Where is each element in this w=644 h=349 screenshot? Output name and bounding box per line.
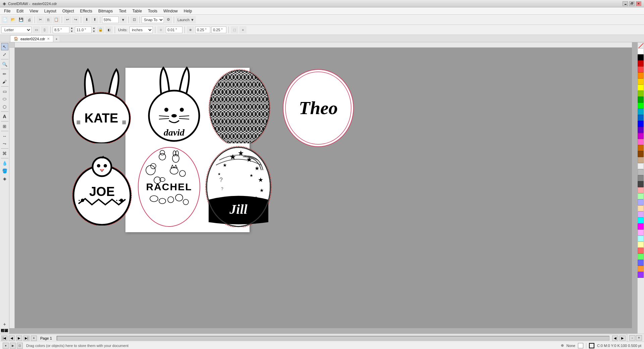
open-button[interactable]: 📂	[9, 16, 17, 23]
paste-button[interactable]: 📋	[53, 16, 60, 23]
color-light-purple[interactable]	[638, 211, 644, 217]
scroll-right-button[interactable]: ▶	[620, 336, 626, 341]
color-teal[interactable]	[638, 109, 644, 115]
color-red-dark[interactable]	[638, 60, 644, 66]
height-up[interactable]: ▲	[92, 27, 96, 30]
color-light-green[interactable]	[638, 193, 644, 199]
color-pink[interactable]	[638, 139, 644, 145]
page-size-select[interactable]: Letter	[1, 27, 32, 33]
scroll-left-button[interactable]: ◀	[612, 336, 618, 341]
menu-view[interactable]: View	[27, 8, 41, 14]
fill-swatch[interactable]	[578, 343, 583, 348]
tool-artistic-media[interactable]: 🖌	[1, 78, 8, 85]
color-blue-bright[interactable]	[638, 121, 644, 127]
tool-table[interactable]: ⊞	[1, 122, 8, 130]
snap-to-select[interactable]: Snap To	[142, 16, 164, 23]
restore-button[interactable]: 🗗	[629, 1, 635, 6]
arrow-left-icon[interactable]: ◤	[1, 329, 4, 332]
record-button[interactable]: ●	[3, 343, 9, 349]
color-light-gray[interactable]	[638, 163, 644, 169]
options-button[interactable]: ⚙	[165, 16, 172, 23]
document-tab[interactable]: 🏠 easter0224.cdr ✕	[10, 35, 53, 42]
close-button[interactable]: ✕	[636, 1, 641, 6]
full-screen-button[interactable]: ⊡	[130, 16, 138, 23]
color-periwinkle[interactable]	[638, 260, 644, 266]
tool-pointer[interactable]: ↖	[1, 43, 8, 50]
arrow-right-icon[interactable]: ◢	[5, 329, 8, 332]
color-white[interactable]	[638, 48, 644, 54]
new-button[interactable]: 📄	[1, 16, 9, 23]
color-mint[interactable]	[638, 254, 644, 260]
color-light-orange[interactable]	[638, 205, 644, 211]
copy-button[interactable]: ⎘	[45, 16, 52, 23]
canvas-content[interactable]: KATE ≡ ≡	[15, 48, 632, 328]
redo-button[interactable]: ↪	[72, 16, 79, 23]
color-gray[interactable]	[638, 175, 644, 181]
color-cyan[interactable]	[638, 217, 644, 223]
color-dark-brown[interactable]	[638, 151, 644, 157]
page-prev-button[interactable]: ◀	[9, 336, 15, 341]
color-light-fuchsia[interactable]	[638, 230, 644, 236]
design-theo[interactable]: Theo	[280, 68, 357, 149]
canvas-area[interactable]: KATE ≡ ≡	[9, 42, 637, 334]
tool-freehand-pick[interactable]: ⤢	[1, 51, 8, 58]
menu-layout[interactable]: Layout	[42, 8, 59, 14]
color-magenta[interactable]	[638, 133, 644, 139]
minimize-button[interactable]: 🗕	[623, 1, 628, 6]
zoom-levels-button[interactable]: ▼	[119, 16, 127, 23]
tool-connector[interactable]: ⤳	[1, 140, 8, 147]
menu-edit[interactable]: Edit	[14, 8, 26, 14]
color-dark-gray[interactable]	[638, 181, 644, 187]
import-button[interactable]: ⬇	[83, 16, 90, 23]
color-light-cyan[interactable]	[638, 236, 644, 242]
page-first-button[interactable]: |◀	[1, 336, 7, 341]
add-page-button2[interactable]: +	[239, 26, 247, 34]
menu-effects[interactable]: Effects	[77, 8, 95, 14]
color-purple[interactable]	[638, 127, 644, 133]
color-light-blue[interactable]	[638, 199, 644, 205]
units-button[interactable]: ◧	[105, 26, 113, 34]
color-yellow[interactable]	[638, 79, 644, 85]
tool-eyedropper[interactable]: 💧	[1, 159, 8, 167]
color-fuchsia[interactable]	[638, 223, 644, 230]
color-green[interactable]	[638, 97, 644, 103]
page-next-button[interactable]: ▶	[16, 336, 22, 341]
design-david[interactable]: david	[142, 66, 206, 144]
playback-button[interactable]: ▶	[10, 343, 16, 349]
tab-close-button[interactable]: ✕	[47, 37, 50, 41]
menu-object[interactable]: Object	[60, 8, 77, 14]
color-salmon[interactable]	[638, 248, 644, 254]
color-gray-light[interactable]	[638, 169, 644, 175]
tool-fill[interactable]: 🪣	[1, 167, 8, 174]
color-blue[interactable]	[638, 115, 644, 121]
export-button[interactable]: ⬆	[91, 16, 98, 23]
landscape-button[interactable]: ▯	[41, 26, 48, 34]
color-light-red[interactable]	[638, 187, 644, 193]
tool-blend[interactable]: ⌘	[1, 150, 8, 157]
h-scrollbar[interactable]	[57, 336, 609, 341]
zoom-input[interactable]: 59%	[102, 16, 119, 23]
tool-freehand[interactable]: ✏	[1, 70, 8, 78]
menu-bitmaps[interactable]: Bitmaps	[96, 8, 115, 14]
page-width-input[interactable]	[53, 27, 69, 33]
width-up[interactable]: ▲	[70, 27, 74, 30]
menu-tools[interactable]: Tools	[145, 8, 160, 14]
design-kate[interactable]: KATE ≡ ≡	[64, 66, 138, 144]
width-down[interactable]: ▼	[70, 30, 74, 33]
design-joe[interactable]: JOE • • • •	[68, 145, 136, 227]
no-color-swatch[interactable]	[638, 42, 644, 48]
color-red[interactable]	[638, 66, 644, 72]
tool-polygon[interactable]: ⬡	[1, 103, 8, 110]
tool-rectangle[interactable]: ▭	[1, 88, 8, 95]
undo-button[interactable]: ↩	[64, 16, 71, 23]
launch-button[interactable]: Launch ▼	[176, 16, 196, 23]
color-lime[interactable]	[638, 91, 644, 97]
lock-aspect-button[interactable]: 🔒	[97, 26, 104, 34]
tool-add[interactable]: +	[1, 320, 8, 328]
design-pattern-egg[interactable]	[206, 66, 273, 144]
print-button[interactable]: 🖨	[25, 16, 33, 23]
snap-button[interactable]: ⊡	[17, 343, 23, 349]
color-light-yellow[interactable]	[638, 242, 644, 248]
page-add-button[interactable]: +	[31, 336, 37, 341]
color-violet[interactable]	[638, 272, 644, 278]
